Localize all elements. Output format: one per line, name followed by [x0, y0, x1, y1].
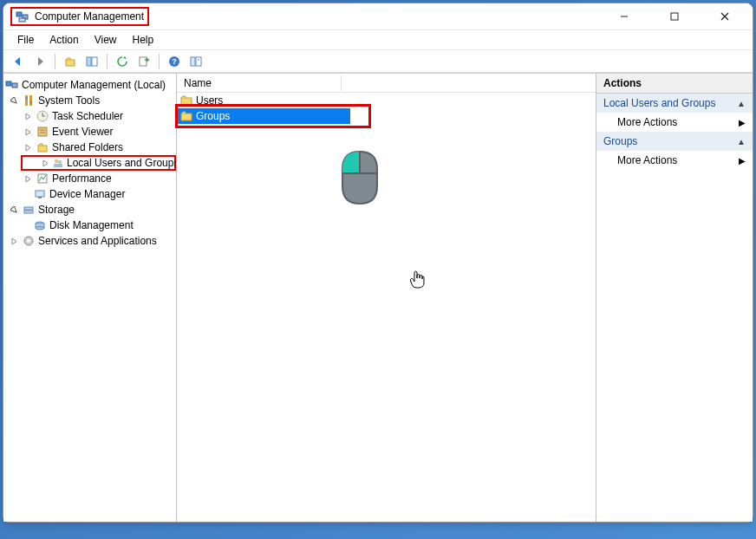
tree-disk-management[interactable]: Disk Management — [3, 218, 176, 233]
tree-storage[interactable]: Storage — [3, 202, 176, 218]
tree-system-tools[interactable]: System Tools — [3, 93, 176, 108]
actions-group2-label: Groups — [603, 135, 637, 147]
disk-management-icon — [33, 218, 47, 232]
export-button[interactable] — [134, 53, 153, 70]
actions-panel: Actions Local Users and Groups ▲ More Ac… — [596, 74, 753, 522]
svg-point-39 — [36, 226, 44, 230]
menu-action[interactable]: Action — [42, 32, 85, 48]
svg-rect-35 — [24, 207, 33, 210]
help-button[interactable]: ? — [165, 53, 184, 70]
window-controls — [609, 4, 746, 29]
list-item-users[interactable]: Users — [177, 93, 350, 108]
column-name[interactable]: Name — [177, 75, 342, 91]
title-highlight: Computer Management — [10, 7, 149, 26]
tree-performance[interactable]: Performance — [3, 171, 176, 186]
toolbar-separator — [55, 54, 55, 69]
expand-icon[interactable] — [23, 128, 33, 136]
tree-performance-label: Performance — [52, 172, 112, 185]
svg-rect-28 — [38, 146, 47, 152]
shared-folders-icon — [36, 140, 49, 154]
actions-group-groups[interactable]: Groups ▲ — [596, 132, 753, 151]
tree-event-viewer-label: Event Viewer — [52, 126, 113, 138]
actions-more-2[interactable]: More Actions ▶ — [596, 151, 753, 170]
tree-root[interactable]: Computer Management (Local) — [3, 77, 176, 93]
tree-services-apps-label: Services and Applications — [38, 235, 157, 247]
expand-icon[interactable] — [9, 97, 19, 105]
expand-icon[interactable] — [9, 206, 19, 214]
back-button[interactable] — [9, 53, 28, 70]
titlebar: Computer Management — [3, 3, 753, 29]
tree-shared-folders[interactable]: Shared Folders — [3, 140, 176, 155]
svg-rect-33 — [36, 191, 44, 197]
forward-button[interactable] — [30, 53, 49, 70]
actions-header: Actions — [596, 74, 753, 94]
hand-cursor-icon — [409, 270, 425, 294]
show-hide-tree-button[interactable] — [82, 53, 101, 70]
menu-file[interactable]: File — [10, 32, 41, 48]
close-button[interactable] — [709, 4, 740, 29]
svg-point-15 — [198, 59, 199, 61]
tree-panel[interactable]: Computer Management (Local) System Tools — [3, 74, 177, 522]
maximize-button[interactable] — [659, 4, 690, 29]
expand-icon[interactable] — [23, 175, 33, 183]
minimize-button[interactable] — [609, 4, 640, 29]
tree-root-label: Computer Management (Local) — [22, 79, 166, 91]
properties-button[interactable] — [186, 53, 205, 70]
tree-event-viewer[interactable]: Event Viewer — [3, 124, 176, 140]
storage-icon — [22, 203, 36, 217]
expand-icon[interactable] — [23, 113, 33, 120]
tree-shared-folders-label: Shared Folders — [52, 141, 123, 153]
tree-task-scheduler[interactable]: Task Scheduler — [3, 108, 176, 124]
actions-group-local-users[interactable]: Local Users and Groups ▲ — [596, 94, 753, 113]
system-tools-icon — [22, 94, 36, 107]
collapse-icon[interactable]: ▲ — [737, 137, 746, 146]
menu-help[interactable]: Help — [126, 32, 161, 48]
svg-point-41 — [27, 239, 30, 243]
tree-services-apps[interactable]: Services and Applications — [3, 233, 176, 249]
svg-text:?: ? — [172, 57, 177, 66]
folder-icon — [180, 110, 192, 122]
event-viewer-icon — [36, 125, 49, 139]
svg-rect-16 — [6, 81, 11, 86]
list-body[interactable]: Users Groups — [177, 93, 596, 522]
toolbar: ? — [3, 50, 753, 73]
refresh-button[interactable] — [113, 53, 132, 70]
list-item-users-label: Users — [196, 94, 223, 107]
list-item-groups[interactable]: Groups — [177, 108, 350, 124]
tree-local-users-groups[interactable]: Local Users and Groups — [21, 155, 176, 171]
expand-icon[interactable] — [42, 159, 49, 167]
tree-system-tools-label: System Tools — [38, 94, 100, 107]
svg-rect-8 — [87, 57, 91, 66]
svg-rect-43 — [181, 114, 192, 120]
clock-icon — [36, 109, 49, 123]
list-panel: Name Users Groups — [177, 74, 596, 522]
svg-point-21 — [29, 101, 32, 104]
computer-management-icon — [5, 78, 19, 92]
tree-task-scheduler-label: Task Scheduler — [52, 110, 123, 122]
performance-icon — [36, 172, 49, 185]
up-button[interactable] — [61, 53, 80, 70]
svg-rect-14 — [196, 57, 201, 66]
app-icon — [16, 10, 29, 23]
actions-group1-label: Local Users and Groups — [603, 97, 715, 109]
svg-rect-7 — [66, 60, 75, 66]
tree-device-manager[interactable]: Device Manager — [3, 186, 176, 202]
folder-icon — [180, 94, 192, 107]
computer-management-window: Computer Management File Action View Hel… — [3, 3, 753, 523]
list-header: Name — [177, 74, 596, 93]
expand-icon[interactable] — [23, 144, 33, 152]
svg-rect-9 — [92, 57, 97, 66]
expand-icon[interactable] — [9, 237, 19, 245]
svg-rect-31 — [54, 164, 62, 167]
collapse-icon[interactable]: ▲ — [737, 99, 746, 108]
tree-device-manager-label: Device Manager — [49, 188, 125, 200]
chevron-right-icon: ▶ — [739, 156, 746, 166]
tree-disk-management-label: Disk Management — [49, 219, 134, 231]
actions-more-1[interactable]: More Actions ▶ — [596, 113, 753, 132]
menu-view[interactable]: View — [88, 32, 124, 48]
svg-rect-13 — [191, 57, 195, 66]
menubar: File Action View Help — [3, 29, 753, 50]
svg-rect-25 — [38, 127, 47, 136]
actions-more1-label: More Actions — [617, 116, 677, 128]
users-groups-icon — [52, 156, 64, 170]
